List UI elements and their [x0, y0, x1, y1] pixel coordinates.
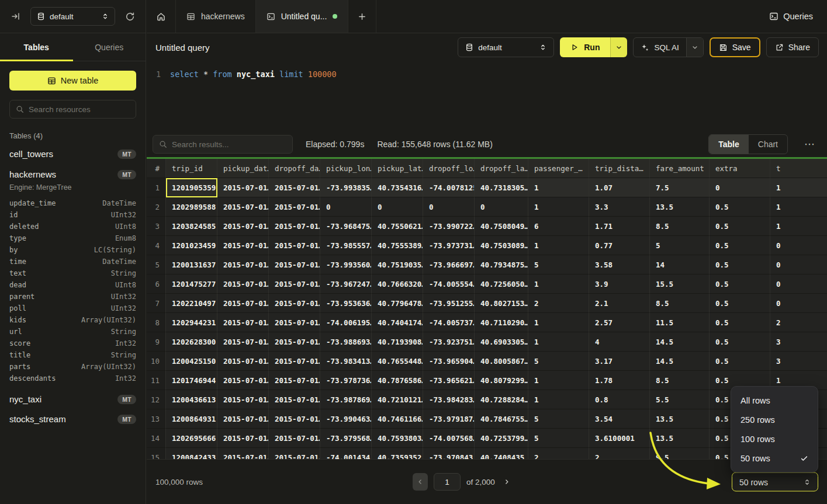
view-toggle-table[interactable]: Table: [709, 135, 749, 154]
table-cell[interactable]: -73.973731…: [423, 236, 475, 255]
sql-ai-button[interactable]: SQL AI: [634, 38, 686, 57]
table-cell[interactable]: -74.001434: [320, 448, 372, 459]
table-cell[interactable]: 3.9: [589, 274, 650, 294]
table-cell[interactable]: 15.5: [650, 274, 710, 294]
table-cell[interactable]: 1201023459: [166, 236, 217, 255]
table-cell[interactable]: -73.965904…: [423, 352, 475, 371]
table-cell[interactable]: 2015-07-01…: [217, 255, 269, 274]
sidebar-tab-tables[interactable]: Tables: [0, 33, 73, 61]
table-cell[interactable]: 40.8079299…: [475, 371, 528, 390]
table-cell[interactable]: 1: [528, 197, 589, 217]
table-cell[interactable]: 40.7110290…: [475, 313, 528, 332]
search-results-input[interactable]: [172, 140, 286, 149]
table-cell[interactable]: 2015-07-01…: [217, 217, 269, 236]
table-cell[interactable]: 1: [528, 390, 589, 409]
table-cell[interactable]: -73.993560…: [320, 255, 372, 274]
row-number-cell[interactable]: 14: [147, 429, 166, 448]
column-header[interactable]: pickup_lon…: [320, 159, 372, 178]
table-cell[interactable]: 2: [528, 448, 589, 459]
table-cell[interactable]: 40.7655448…: [372, 352, 423, 371]
table-cell[interactable]: 2015-07-01…: [217, 197, 269, 217]
table-cell[interactable]: 1203824585: [166, 217, 217, 236]
rows-menu-item[interactable]: 250 rows: [731, 410, 818, 429]
table-cell[interactable]: 40.7354316…: [372, 178, 423, 197]
table-cell[interactable]: -73.979187…: [423, 409, 475, 429]
table-cell[interactable]: 2015-07-01…: [217, 294, 269, 313]
table-cell[interactable]: -74.005737…: [423, 313, 475, 332]
table-cell[interactable]: 2015-07-01…: [217, 371, 269, 390]
table-cell[interactable]: 2015-07-01…: [217, 390, 269, 409]
table-cell[interactable]: 2015-07-01…: [269, 274, 320, 294]
table-cell[interactable]: 9.5: [650, 448, 710, 459]
table-cell[interactable]: 40.7318305…: [475, 178, 528, 197]
table-cell[interactable]: 13.5: [650, 197, 710, 217]
table-cell[interactable]: 3.6100001: [589, 429, 650, 448]
rows-menu-item[interactable]: 50 rows: [731, 449, 818, 468]
refresh-icon[interactable]: [122, 9, 137, 24]
table-cell[interactable]: 40.8027153…: [475, 294, 528, 313]
table-cell[interactable]: 1202210497: [166, 294, 217, 313]
table-cell[interactable]: 2: [528, 294, 589, 313]
row-number-cell[interactable]: 15: [147, 448, 166, 459]
table-cell[interactable]: -73.990463…: [320, 409, 372, 429]
table-cell[interactable]: 2015-07-01…: [269, 371, 320, 390]
table-cell[interactable]: 40.7876586…: [372, 371, 423, 390]
next-page-button[interactable]: [501, 476, 513, 488]
more-options-icon[interactable]: ⋯: [801, 138, 819, 151]
table-cell[interactable]: 40.7508049…: [475, 217, 528, 236]
table-cell[interactable]: 40.7550621…: [372, 217, 423, 236]
table-cell[interactable]: 40.8005867…: [475, 352, 528, 371]
table-cell[interactable]: 0: [770, 274, 827, 294]
row-number-cell[interactable]: 11: [147, 371, 166, 390]
table-cell[interactable]: 0: [475, 197, 528, 217]
table-cell[interactable]: 5: [528, 352, 589, 371]
table-cell[interactable]: 1200864931: [166, 409, 217, 429]
table-cell[interactable]: 2015-07-01…: [217, 448, 269, 459]
table-cell[interactable]: -73.983413…: [320, 352, 372, 371]
table-cell[interactable]: 2015-07-01…: [269, 236, 320, 255]
table-cell[interactable]: 40.7359352: [372, 448, 423, 459]
column-header[interactable]: fare_amount: [650, 159, 710, 178]
table-cell[interactable]: 1201746944: [166, 371, 217, 390]
table-cell[interactable]: 2015-07-01…: [217, 313, 269, 332]
table-cell[interactable]: 40.7796478…: [372, 294, 423, 313]
row-number-cell[interactable]: 6: [147, 274, 166, 294]
row-number-cell[interactable]: 13: [147, 409, 166, 429]
share-button[interactable]: Share: [766, 37, 819, 57]
table-cell[interactable]: 40.7210121…: [372, 390, 423, 409]
table-cell[interactable]: 0: [770, 294, 827, 313]
rows-menu-item[interactable]: 100 rows: [731, 429, 818, 449]
table-cell[interactable]: 2015-07-01…: [217, 429, 269, 448]
table-cell[interactable]: -73.966697…: [423, 255, 475, 274]
tab-untitled-query[interactable]: Untitled qu...: [256, 0, 349, 33]
table-cell[interactable]: 14: [650, 255, 710, 274]
table-cell[interactable]: 2015-07-01…: [269, 313, 320, 332]
table-cell[interactable]: 1.78: [589, 371, 650, 390]
table-cell[interactable]: 2015-07-01…: [269, 448, 320, 459]
table-cell[interactable]: 1202944231: [166, 313, 217, 332]
table-cell[interactable]: 1: [528, 274, 589, 294]
table-cell[interactable]: 0: [372, 197, 423, 217]
table-cell[interactable]: 14.5: [650, 332, 710, 352]
table-cell[interactable]: 3.58: [589, 255, 650, 274]
table-cell[interactable]: 1202695666: [166, 429, 217, 448]
table-cell[interactable]: -73.965621…: [423, 371, 475, 390]
table-cell[interactable]: -73.968475…: [320, 217, 372, 236]
prev-page-button[interactable]: [413, 473, 428, 491]
table-cell[interactable]: 2: [770, 313, 827, 332]
table-cell[interactable]: 3.3: [589, 197, 650, 217]
table-cell[interactable]: 2015-07-01…: [217, 274, 269, 294]
table-cell[interactable]: 2015-07-01…: [217, 409, 269, 429]
table-cell[interactable]: 6: [528, 217, 589, 236]
sidebar-table-cell-towers[interactable]: cell_towers MT: [9, 149, 136, 159]
table-cell[interactable]: 8.5: [650, 217, 710, 236]
table-cell[interactable]: 2015-07-01…: [269, 429, 320, 448]
page-number-input[interactable]: [434, 473, 461, 491]
table-cell[interactable]: 2015-07-01…: [217, 332, 269, 352]
sql-ai-options-caret[interactable]: [686, 38, 703, 57]
row-number-cell[interactable]: 1: [147, 178, 166, 197]
table-cell[interactable]: 0: [770, 255, 827, 274]
column-header[interactable]: #: [147, 159, 166, 178]
row-number-cell[interactable]: 4: [147, 236, 166, 255]
column-header[interactable]: dropoff_la…: [475, 159, 528, 178]
